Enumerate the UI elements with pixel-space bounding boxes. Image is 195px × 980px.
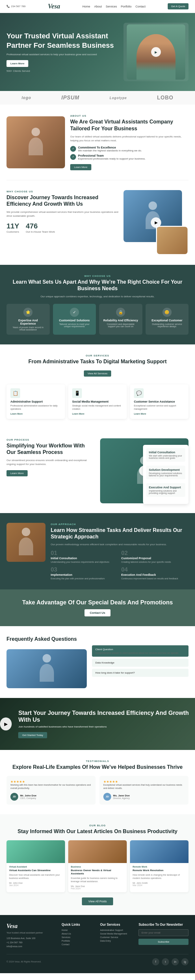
footer-link-contact[interactable]: Contact <box>62 943 95 945</box>
testimonial2-stars: ★★★★★ <box>103 780 185 783</box>
social-link[interactable]: Learn More <box>72 413 123 415</box>
logos-bar: logo IPSUM Logotype LOBO <box>0 91 195 105</box>
hero-stat: 500+ Clients Served <box>6 70 123 72</box>
blog-post-3[interactable]: Remote Work Remote Work Revolution How r… <box>130 840 189 892</box>
journey-play-button[interactable]: ▶ <box>151 217 161 228</box>
promo-title: Take Advantage Of Our Special Deals And … <box>6 599 189 606</box>
streamline-content: Our Approach Learn How Streamline Tasks … <box>51 523 189 580</box>
blog-header: Our Blog Stay Informed With Our Latest A… <box>6 824 189 835</box>
linkedin-icon[interactable]: in <box>172 958 179 966</box>
instagram-icon[interactable]: ig <box>181 958 189 966</box>
expertise-text: Years of proven track record in virtual … <box>10 326 46 331</box>
footer-link-about[interactable]: About Us <box>62 932 95 935</box>
newsletter-input[interactable] <box>139 929 189 936</box>
faq-item-3[interactable]: How long does it take for support? <box>92 669 189 677</box>
video-play-button[interactable]: ▶ <box>0 718 12 730</box>
step3-text: Implementing solutions and providing ong… <box>149 490 183 494</box>
twitter-icon[interactable]: t <box>162 958 169 966</box>
faq-layout: Client Question Comprehensive answer to … <box>6 645 189 688</box>
admin-link[interactable]: Learn More <box>10 413 61 415</box>
partner-logo-2: IPSUM <box>61 95 80 101</box>
footer-logo[interactable]: Vesa <box>6 923 56 930</box>
video-cta-section: ▶ Start Your Journey Towards Increased E… <box>0 698 195 750</box>
blog-view-all-button[interactable]: View All Posts <box>82 897 113 905</box>
promo-section: Take Advantage Of Our Special Deals And … <box>0 589 195 626</box>
process-btn[interactable]: Learn More <box>6 470 28 476</box>
partner-logo-1: logo <box>21 95 31 100</box>
blog-post-2[interactable]: Business Business Owner Needs & Virtual … <box>68 840 127 892</box>
nav-logo[interactable]: Vesa <box>48 3 60 10</box>
footer-address: 123 Business Ave, Suite 100 <box>6 937 56 941</box>
nav-about[interactable]: About <box>94 5 102 8</box>
hero-play-button[interactable]: ▶ <box>151 47 161 57</box>
nav-links: Home About Services Portfolio Contact <box>83 5 145 8</box>
feature2-text: Experienced professionals ready to suppo… <box>78 157 145 160</box>
footer-link-portfolio[interactable]: Portfolio <box>62 940 95 942</box>
blog-content-2: Business Business Owner Needs & Virtual … <box>68 863 127 892</box>
faq-item-2[interactable]: Data Knowledge <box>92 659 189 667</box>
blog-image-2 <box>68 840 127 863</box>
nav-portfolio[interactable]: Portfolio <box>121 5 132 8</box>
footer-link-home[interactable]: Home <box>62 929 95 931</box>
streamline-step4-text: Continuous improvement based on results … <box>121 578 189 580</box>
hero-cta-button[interactable]: Learn More <box>6 60 28 67</box>
services-view-all-button[interactable]: View All Services <box>84 371 112 377</box>
streamline-step-1: 01 Initial Consultation Understanding yo… <box>51 550 118 563</box>
navbar: 📞 234 567 789 Vesa Home About Services P… <box>0 0 195 13</box>
about-image <box>6 116 65 168</box>
process-section: Our Process Simplifying Your Workflow Wi… <box>0 429 195 513</box>
journey-title: Discover Journey Towards Increased Effic… <box>6 194 118 208</box>
facebook-icon[interactable]: f <box>152 958 159 966</box>
process-step-consultation: Initial Consultation We start with under… <box>146 448 185 462</box>
journey-text: Why Choose Us Discover Journey Towards I… <box>6 190 118 234</box>
customer-service-title: Customer Service Assistance <box>134 400 185 403</box>
hero-subtitle: Professional virtual assistant services … <box>6 53 123 56</box>
nav-cta-button[interactable]: Get A Quote <box>168 3 189 10</box>
stat-team: 476 Out In-House Team Work <box>26 222 55 233</box>
nav-services[interactable]: Services <box>105 5 117 8</box>
testimonial1-stars: ★★★★★ <box>10 780 92 783</box>
footer-service-link-2[interactable]: Social Media Management <box>100 932 133 935</box>
blog-post-1[interactable]: Virtual Assistant Virtual Assistants Can… <box>6 840 65 892</box>
services-grid: 📋 Administrative Support Professional ad… <box>6 384 189 419</box>
footer-service-link-1[interactable]: Administrative Support <box>100 929 133 931</box>
blog-author-1: Mr. John Doe <box>9 882 62 884</box>
blog-section: Our Blog Stay Informed With Our Latest A… <box>0 814 195 915</box>
stat-team-label: Out In-House Team Work <box>26 231 55 233</box>
footer-services-title: Our Services <box>100 923 133 926</box>
faq-image <box>6 649 87 688</box>
newsletter-subscribe-button[interactable]: Subscribe <box>139 939 189 945</box>
video-cta-button[interactable]: Get Started Today <box>18 732 47 738</box>
customer-title: Exceptional Customer <box>150 319 185 322</box>
process-image-area: ▶ Initial Consultation We start with und… <box>100 438 189 503</box>
footer-link-services[interactable]: Services <box>62 936 95 939</box>
about-badge: About Us <box>70 115 189 117</box>
stat-customers-num: 11Y <box>6 222 19 231</box>
footer-quick-links: Quick Links Home About Us Services Portf… <box>62 923 95 949</box>
feature2-title: Professional Team <box>78 154 145 157</box>
streamline-step3-title: Implementation <box>51 573 118 576</box>
nav-home[interactable]: Home <box>83 5 90 8</box>
testimonial2-text: Exceptional virtual assistant services t… <box>103 783 185 790</box>
nav-contact[interactable]: Contact <box>136 5 145 8</box>
footer-bottom: © 2024 Vesa. All Rights Reserved. f t in… <box>6 954 189 966</box>
faq-item-1[interactable]: Client Question Comprehensive answer to … <box>92 645 189 657</box>
blog-content-1: Virtual Assistant Virtual Assistants Can… <box>6 863 65 889</box>
blog-author-3: Mr. John Smith <box>133 882 186 884</box>
customer-service-link[interactable]: Learn More <box>134 413 185 415</box>
faq-title: Frequently Asked Questions <box>6 636 189 643</box>
testimonial1-author: JD Mr. John Doe CEO, Company <box>10 793 92 801</box>
testimonials-header: Testimonials Explore Real-Life Examples … <box>6 760 189 771</box>
admin-icon: 📋 <box>10 388 20 398</box>
promo-cta-button[interactable]: Contact Us <box>85 609 110 616</box>
footer-service-link-3[interactable]: Customer Service <box>100 936 133 939</box>
about-learn-more-button[interactable]: Learn More <box>70 164 91 170</box>
streamline-title: Learn How Streamline Tasks And Deliver R… <box>51 527 189 541</box>
blog-date-1: Jan 2024 <box>9 884 62 886</box>
footer-service-link-4[interactable]: Data Entry <box>100 940 133 942</box>
blog-post-title-1: Virtual Assistants Can Streamline <box>9 869 62 872</box>
footer-grid: Vesa Your trusted virtual assistant part… <box>6 923 189 949</box>
video-cta-subtitle: Join hundreds of satisfied businesses wh… <box>18 725 195 728</box>
step1-text: We start with understanding your busines… <box>149 455 183 459</box>
customer-service-icon: 💬 <box>134 388 144 398</box>
